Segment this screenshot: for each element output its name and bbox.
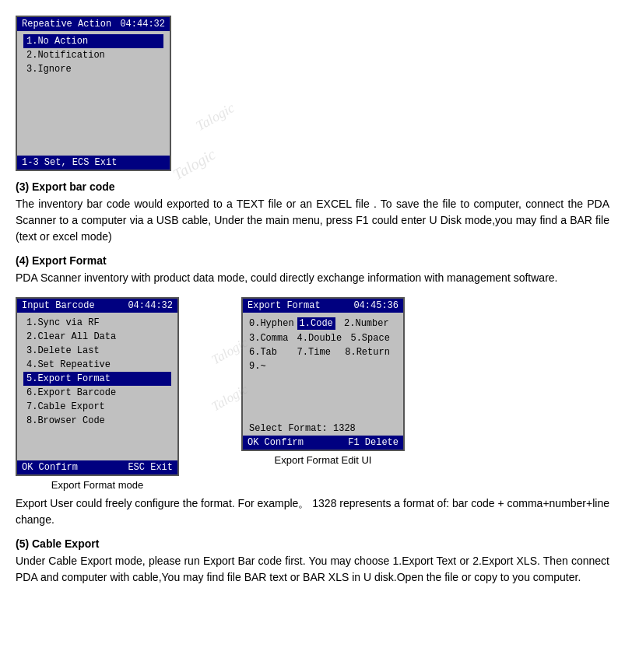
export-format-content: 0.Hyphen 1.Code 2.Number 3.Comma 4.Doubl… bbox=[243, 313, 403, 422]
export-item-1-code[interactable]: 1.Code bbox=[297, 317, 335, 330]
input-barcode-ok[interactable]: OK Confirm bbox=[22, 462, 78, 473]
export-row-2: 6.Tab 7.Time 8.Return bbox=[249, 347, 397, 358]
export-format-title: Export Format bbox=[248, 300, 321, 311]
export-format-col: Export Format 04:45:36 0.Hyphen 1.Code 2… bbox=[241, 297, 405, 491]
export-format-title-bar: Export Format 04:45:36 bbox=[243, 299, 403, 313]
input-menu-8[interactable]: 8.Browser Code bbox=[23, 414, 171, 428]
top-screen-title: Repeative Action bbox=[22, 19, 111, 30]
input-barcode-time: 04:44:32 bbox=[128, 300, 173, 311]
export-format-time: 04:45:36 bbox=[353, 300, 399, 311]
top-screen-time: 04:44:32 bbox=[120, 19, 165, 30]
input-menu-1[interactable]: 1.Sync via RF bbox=[23, 316, 171, 330]
section3: (3) Export bar code The inventory bar co… bbox=[16, 180, 609, 245]
export-format-label: Export Format Edit UI bbox=[241, 454, 405, 466]
export-format-bottom: OK Confirm F1 Delete bbox=[243, 436, 403, 450]
export-user-note: Export User could freely configure the f… bbox=[16, 495, 609, 528]
watermark-1: Talogic bbox=[193, 100, 237, 135]
input-barcode-esc[interactable]: ESC Exit bbox=[128, 462, 173, 473]
section5-heading: (5) Cable Export bbox=[16, 537, 609, 550]
export-row-1: 3.Comma 4.Double 5.Space bbox=[249, 333, 397, 344]
export-format-screen: Export Format 04:45:36 0.Hyphen 1.Code 2… bbox=[241, 297, 405, 451]
input-barcode-menu: 1.Sync via RF 2.Clear All Data 3.Delete … bbox=[17, 313, 177, 460]
export-item-5-space: 5.Space bbox=[345, 333, 390, 344]
export-item-4-double: 4.Double bbox=[291, 333, 342, 344]
input-barcode-title: Input Barcode bbox=[22, 300, 95, 311]
input-barcode-screen: Input Barcode 04:44:32 1.Sync via RF 2.C… bbox=[16, 297, 179, 476]
select-format: Select Format: 1328 bbox=[243, 422, 403, 436]
export-format-ok[interactable]: OK Confirm bbox=[248, 437, 304, 448]
top-menu-item-3[interactable]: 3.Ignore bbox=[23, 62, 163, 76]
export-item-2-number: 2.Number bbox=[339, 318, 389, 329]
input-barcode-title-bar: Input Barcode 04:44:32 bbox=[17, 299, 177, 313]
input-menu-7[interactable]: 7.Cable Export bbox=[23, 400, 171, 414]
watermark-2: Talogic bbox=[170, 145, 219, 184]
export-item-9-tilde: 9.~ bbox=[249, 361, 266, 372]
top-screen-bottom: 1-3 Set, ECS Exit bbox=[17, 156, 170, 170]
input-menu-4[interactable]: 4.Set Repeative bbox=[23, 358, 171, 372]
top-screen-title-bar: Repeative Action 04:44:32 bbox=[17, 17, 170, 31]
section3-heading: (3) Export bar code bbox=[16, 180, 609, 193]
input-menu-3[interactable]: 3.Delete Last bbox=[23, 344, 171, 358]
input-menu-6[interactable]: 6.Export Barcode bbox=[23, 386, 171, 400]
export-item-8-return: 8.Return bbox=[334, 347, 390, 358]
export-row-0: 0.Hyphen 1.Code 2.Number bbox=[249, 317, 397, 330]
input-barcode-label: Export Format mode bbox=[16, 479, 179, 491]
export-row-3: 9.~ bbox=[249, 361, 397, 372]
input-menu-2[interactable]: 2.Clear All Data bbox=[23, 330, 171, 344]
input-menu-5[interactable]: 5.Export Format bbox=[23, 372, 171, 386]
top-screen: Repeative Action 04:44:32 1.No Action 2.… bbox=[16, 16, 171, 171]
export-item-0-hyphen: 0.Hyphen bbox=[249, 318, 294, 329]
section4: (4) Export Format PDA Scanner inventory … bbox=[16, 254, 609, 286]
export-item-3-comma: 3.Comma bbox=[249, 333, 288, 344]
top-menu-item-1[interactable]: 1.No Action bbox=[23, 34, 163, 48]
section4-heading: (4) Export Format bbox=[16, 254, 609, 267]
export-item-6-tab: 6.Tab bbox=[249, 347, 277, 358]
section4-body: PDA Scanner inventory with product data … bbox=[16, 270, 609, 286]
top-menu-item-2[interactable]: 2.Notification bbox=[23, 48, 163, 62]
top-screen-menu: 1.No Action 2.Notification 3.Ignore bbox=[17, 31, 170, 156]
input-barcode-col: Input Barcode 04:44:32 1.Sync via RF 2.C… bbox=[16, 297, 179, 491]
section5: (5) Cable Export Under Cable Export mode… bbox=[16, 537, 609, 586]
input-barcode-bottom: OK Confirm ESC Exit bbox=[17, 460, 177, 474]
export-format-delete[interactable]: F1 Delete bbox=[348, 437, 399, 448]
section3-body: The inventory bar code would exported to… bbox=[16, 196, 609, 245]
export-item-7-time: 7.Time bbox=[280, 347, 331, 358]
screens-row: Input Barcode 04:44:32 1.Sync via RF 2.C… bbox=[16, 297, 609, 491]
section5-body: Under Cable Export mode, please run Expo… bbox=[16, 553, 609, 586]
